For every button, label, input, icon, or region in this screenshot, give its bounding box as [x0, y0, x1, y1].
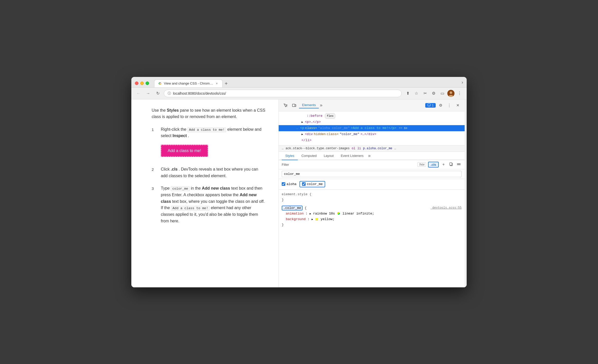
breadcrumb-bar: … ack.stack--block.type.center-images ol…	[279, 145, 465, 152]
inspect-icon[interactable]	[282, 102, 289, 109]
step1-period: .	[188, 134, 189, 138]
breadcrumb-dots: …	[282, 147, 284, 150]
tabs-more-icon[interactable]: »	[320, 103, 322, 108]
url-text: localhost:8080/docs/devtools/css/	[173, 91, 398, 95]
settings-icon[interactable]: ⚙	[437, 102, 444, 109]
tab-close-button[interactable]: ×	[215, 81, 219, 86]
background-triangle[interactable]: ▶	[311, 218, 313, 221]
selected-p-tag: <p	[300, 125, 304, 131]
div-triangle[interactable]: ▶	[302, 132, 303, 137]
devtools-scrollbar[interactable]	[465, 100, 467, 287]
animation-prop: animation : ▶ rainbow 10s linear infinit…	[282, 211, 462, 217]
yellow-swatch[interactable]	[316, 218, 318, 221]
animation-swatch	[337, 212, 340, 215]
color-me-rule: .color_me { _devtools.scss:55 animation …	[282, 205, 462, 228]
step1-bold: Inspect	[172, 134, 187, 138]
bc-ol[interactable]: ol	[352, 147, 355, 150]
extensions-icon[interactable]: ⚙	[430, 90, 437, 97]
element-style-text: element.style {	[282, 192, 311, 196]
chat-count: 1	[432, 104, 434, 107]
styles-tab[interactable]: Styles	[282, 152, 298, 160]
menu-icon[interactable]: ⋮	[456, 90, 463, 97]
svg-rect-9	[450, 163, 452, 165]
add-style-button[interactable]: +	[441, 162, 446, 167]
bookmark-icon[interactable]: ☆	[413, 90, 420, 97]
styles-tabs-more[interactable]: »	[368, 153, 371, 158]
dom-line-selected[interactable]: … <p class= "aloha color_me" >Add a clas…	[279, 125, 465, 131]
bc-li[interactable]: li	[357, 147, 361, 150]
devtools-header: Elements » 1 ⚙ ⋮ ✕	[279, 100, 465, 111]
step1-text1: Right-click the	[161, 127, 187, 131]
toggle-button[interactable]	[456, 162, 462, 167]
aloha-checkbox[interactable]	[282, 182, 285, 186]
chat-badge[interactable]: 1	[425, 103, 436, 108]
intro-text: Use the Styles pane to see how an elemen…	[152, 107, 266, 120]
bc-stack[interactable]: ack.stack--block.type.center-images	[286, 147, 350, 150]
chrome-icon	[158, 81, 162, 86]
lock-icon: ⓘ	[168, 91, 171, 96]
share-icon[interactable]: ⬆	[404, 90, 411, 97]
forward-button[interactable]: →	[145, 90, 152, 97]
step3-text2: in the	[191, 186, 202, 190]
reload-button[interactable]: ↻	[154, 90, 161, 97]
bc-p-aloha[interactable]: p.aloha.color_me	[363, 147, 392, 150]
dom-line-p[interactable]: ▶ <p>…</p>	[279, 119, 465, 125]
active-tab[interactable]: View and change CSS - Chrom… ×	[154, 79, 223, 87]
sidebar-icon[interactable]: ▭	[439, 90, 446, 97]
address-bar[interactable]: ⓘ localhost:8080/docs/devtools/css/	[164, 90, 402, 97]
bc-more[interactable]: …	[394, 147, 396, 150]
dom-line-div[interactable]: ▶ <div hidden class= "color_me" >…</div>	[279, 131, 465, 137]
dollar-zero: == $0	[399, 126, 407, 131]
close-devtools-icon[interactable]: ✕	[454, 102, 462, 109]
step-content-3: Type color_me in the Add new class text …	[161, 185, 266, 224]
color-me-close: }	[282, 222, 462, 228]
new-tab-button[interactable]: +	[223, 80, 230, 87]
more-options-icon[interactable]: ⋮	[445, 102, 453, 109]
back-button[interactable]: ←	[135, 90, 142, 97]
devtools-tabs: Elements »	[299, 102, 424, 108]
hov-button[interactable]: :hov	[417, 162, 426, 167]
step-number-2: 2	[152, 166, 157, 179]
animation-triangle[interactable]: ▶	[310, 212, 311, 215]
add-class-input[interactable]	[282, 171, 462, 177]
dom-line-li-close[interactable]: </li>	[279, 137, 465, 143]
svg-point-3	[450, 91, 452, 94]
step-1: 1 Right-click the Add a class to me! ele…	[152, 126, 266, 160]
copy-styles-button[interactable]	[448, 162, 454, 167]
element-close-brace: }	[282, 198, 284, 202]
device-toggle-icon[interactable]	[290, 102, 298, 109]
animation-val-text: rainbow 10s	[313, 212, 337, 216]
dom-line-before[interactable]: ::before flex	[279, 113, 465, 119]
css-source[interactable]: _devtools.scss:55	[431, 205, 462, 210]
tab-bar-chevron[interactable]: ›	[462, 80, 463, 87]
devtools-panel: Elements » 1 ⚙ ⋮ ✕	[279, 100, 465, 287]
computed-tab[interactable]: Computed	[298, 152, 320, 160]
layout-tab[interactable]: Layout	[320, 152, 337, 160]
color-me-label: color_me	[307, 182, 323, 186]
cut-icon[interactable]: ✂	[421, 90, 429, 97]
step3-text1: Type	[161, 186, 171, 190]
close-button[interactable]	[135, 81, 138, 85]
elements-tab[interactable]: Elements	[299, 102, 319, 108]
color-me-checkbox[interactable]	[302, 182, 306, 186]
demo-button[interactable]: Add a class to me!	[161, 145, 208, 157]
profile-avatar[interactable]	[447, 90, 454, 97]
filter-input[interactable]	[291, 163, 415, 167]
devtools-actions: 1 ⚙ ⋮ ✕	[425, 102, 462, 109]
filter-label: Filter	[282, 163, 289, 167]
step3-bold1: Add new class	[202, 186, 230, 190]
minimize-button[interactable]	[140, 81, 144, 85]
element-style-close: }	[282, 197, 462, 203]
background-prop-name: background	[286, 217, 306, 221]
color-me-selector[interactable]: .color_me	[282, 206, 303, 210]
element-style-rule: element.style { }	[282, 192, 462, 203]
cls-button[interactable]: .cls	[428, 162, 439, 168]
color-me-selector-row: .color_me { _devtools.scss:55	[282, 205, 462, 211]
div-tag: <div	[305, 131, 313, 137]
fullscreen-button[interactable]	[146, 81, 149, 85]
expand-triangle[interactable]: ▶	[302, 120, 303, 124]
animation-prop-name: animation	[286, 212, 304, 216]
element-style-selector: element.style {	[282, 192, 462, 197]
traffic-lights	[135, 81, 149, 85]
event-listeners-tab[interactable]: Event Listeners	[337, 152, 367, 160]
